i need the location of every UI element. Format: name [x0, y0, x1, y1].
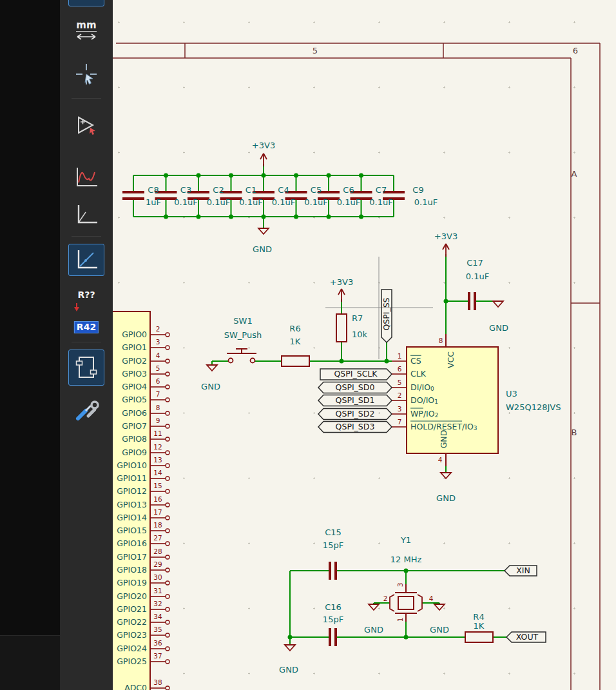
c16-value[interactable]: 15pF [323, 615, 343, 624]
u3-pin-number: 1 [398, 353, 402, 360]
capacitor-ref[interactable]: C6 [343, 186, 354, 194]
capacitor-plate[interactable] [122, 197, 144, 200]
switch-contact[interactable] [229, 359, 233, 363]
crystal-body[interactable] [398, 596, 414, 609]
sheet-symbol-button[interactable] [68, 350, 104, 386]
capacitor-value[interactable]: 0.1uF [272, 198, 295, 206]
capacitor-value[interactable]: 0.1uF [369, 198, 392, 206]
u3-value[interactable]: W25Q128JVS [506, 403, 561, 411]
capacitor-value[interactable]: 0.1uF [337, 198, 360, 206]
c17-3v3-label[interactable]: +3V3 [434, 232, 457, 241]
pin-end-circle [166, 581, 169, 585]
gnd-symbol[interactable] [207, 365, 217, 371]
axes-tool-button[interactable] [68, 199, 104, 231]
junction-dot [359, 215, 363, 219]
capacitor-value[interactable]: 0.1uF [207, 198, 230, 206]
c15-value[interactable]: 15pF [323, 541, 343, 549]
capacitor-ref[interactable]: C1 [245, 186, 256, 194]
capacitor-ref[interactable]: C8 [148, 186, 159, 194]
capacitor-ref[interactable]: C4 [278, 186, 289, 194]
net-label-qspi-sd3[interactable]: QSPI_SD3 [336, 423, 375, 431]
net-label-xin[interactable]: XIN [516, 567, 530, 575]
gpio-pin-number: 6 [156, 378, 160, 385]
r6-ref[interactable]: R6 [289, 324, 300, 333]
frame-col-5: 5 [313, 46, 318, 55]
c16-ref[interactable]: C16 [325, 603, 342, 611]
sw1-value[interactable]: SW_Push [224, 331, 262, 339]
u3-pin-name: CS [410, 357, 421, 366]
annotate-after-label: R42 [74, 321, 99, 334]
net-label-qspi-sd1[interactable]: QSPI_SD1 [336, 397, 375, 405]
r6-value[interactable]: 1K [290, 337, 301, 346]
capacitor-ref[interactable]: C5 [311, 186, 322, 194]
y1-pin2-number: 2 [383, 595, 388, 602]
r7-value[interactable]: 10k [352, 330, 367, 339]
schematic-sheet: +3V3 GND GND +3V3 +3V3 GND GND GND GND G… [113, 0, 616, 690]
gnd-symbol[interactable] [434, 604, 445, 610]
capacitor-ref[interactable]: C3 [180, 186, 191, 194]
cursor-tool-button[interactable] [68, 58, 104, 90]
r6-resistor-symbol[interactable] [282, 356, 309, 366]
r7-ref[interactable]: R7 [352, 314, 363, 322]
schematic-canvas[interactable]: +3V3 GND GND +3V3 +3V3 GND GND GND GND G… [113, 0, 616, 690]
capacitor-ref[interactable]: C9 [412, 186, 423, 194]
gnd-symbol[interactable] [285, 645, 295, 651]
capacitor-value[interactable]: 0.1uF [239, 198, 262, 206]
pin-end-circle [166, 477, 169, 480]
operating-point-tool-button[interactable] [68, 244, 104, 276]
waveform-tool-button[interactable] [68, 161, 104, 193]
c17-gnd-label[interactable]: GND [489, 324, 508, 332]
frame-col-6: 6 [573, 46, 578, 55]
r7-resistor-symbol[interactable] [336, 314, 347, 342]
capacitor-value[interactable]: 1uF [146, 198, 161, 206]
u3-gnd-label[interactable]: GND [436, 494, 456, 502]
c17-value[interactable]: 0.1uF [466, 272, 489, 281]
gnd-symbol[interactable] [258, 228, 269, 234]
net-label-qspi-ss[interactable]: QSPI_SS [383, 297, 391, 330]
u3-ref[interactable]: U3 [506, 389, 517, 398]
switch-contact[interactable] [251, 359, 255, 363]
net-label-xout[interactable]: XOUT [516, 633, 538, 642]
u3-pin-name-part: DI/IO [410, 382, 430, 392]
capacitor-value[interactable]: 0.1uF [174, 198, 197, 206]
net-label-qspi-sd2[interactable]: QSPI_SD2 [336, 410, 375, 419]
u3-vcc-pin-name: VCC [447, 351, 456, 368]
gpio-pin-number: 34 [153, 613, 162, 620]
gpio-pin-number: 35 [153, 626, 162, 633]
r4-resistor-symbol[interactable] [465, 632, 493, 642]
cap-bank-gnd-label[interactable]: GND [253, 245, 272, 253]
gnd-symbol[interactable] [369, 604, 379, 610]
capacitor-value[interactable]: 0.1uF [414, 198, 438, 206]
r4-ref[interactable]: R4 [473, 613, 484, 621]
units-mm-button[interactable]: mm [68, 13, 104, 48]
y1-value[interactable]: 12 MHz [390, 555, 422, 564]
gpio-pin-name: GPIO13 [117, 501, 147, 509]
gnd-symbol[interactable] [493, 301, 503, 307]
net-label-qspi-sd0[interactable]: QSPI_SD0 [336, 384, 375, 392]
toolbar-button-clipped[interactable] [68, 0, 104, 6]
r7-3v3-label[interactable]: +3V3 [330, 278, 353, 286]
capacitor-ref[interactable]: C7 [376, 186, 387, 194]
cap-bank-3v3-label[interactable]: +3V3 [252, 141, 275, 150]
c15-ref[interactable]: C15 [325, 528, 342, 537]
net-label-qspi-sclk[interactable]: QSPI_SCLK [334, 370, 377, 379]
sw1-ref[interactable]: SW1 [233, 317, 252, 325]
y1-ref[interactable]: Y1 [401, 536, 411, 544]
u3-pin-name-part: 2 [435, 412, 439, 419]
capacitor-value[interactable]: 0.1uF [304, 198, 327, 206]
r4-value[interactable]: 1K [474, 622, 485, 630]
sw-gnd-label[interactable]: GND [201, 382, 220, 391]
bottom-gnd-label[interactable]: GND [279, 665, 298, 674]
xtal-gnd-right-label[interactable]: GND [430, 626, 449, 634]
symbol-tool-button[interactable] [68, 108, 104, 142]
capacitor-plate [334, 562, 337, 580]
capacitor-ref[interactable]: C2 [213, 186, 224, 194]
tools-button[interactable] [68, 393, 104, 427]
junction-dot [327, 215, 331, 219]
gnd-symbol[interactable] [441, 473, 451, 478]
xtal-gnd-left-label[interactable]: GND [364, 626, 383, 634]
capacitor-plate[interactable] [122, 191, 144, 193]
annotate-button[interactable]: R?? R42 [68, 288, 104, 335]
gpio-pin-name: GPIO7 [122, 422, 147, 431]
c17-ref[interactable]: C17 [467, 259, 483, 267]
